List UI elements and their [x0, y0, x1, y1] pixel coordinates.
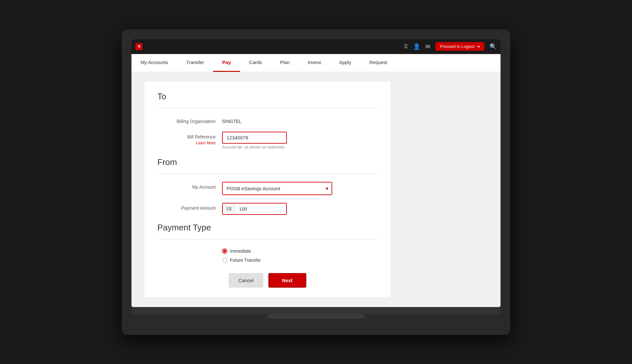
payment-type-row: Immediate Future Transfer	[157, 247, 378, 263]
radio-future-transfer-btn[interactable]	[222, 258, 227, 263]
logout-icon: ⇥	[476, 44, 480, 49]
radio-future-transfer[interactable]: Future Transfer	[222, 258, 261, 263]
radio-future-transfer-label: Future Transfer	[230, 258, 261, 263]
my-account-select[interactable]: POSB eSavings Account DBS Current Accoun…	[223, 182, 332, 194]
next-button[interactable]: Next	[268, 273, 306, 288]
learn-more-link[interactable]: Learn More	[157, 141, 216, 145]
main-content: To Billing Organisation SINGTEL Bill Ref…	[131, 72, 501, 307]
user-icon[interactable]: 👤	[413, 43, 420, 50]
payment-amount-label: Payment Amount	[157, 203, 222, 211]
nav-bar: My Accounts Transfer Pay Cards Plan Inve…	[131, 54, 501, 72]
payment-type-divider	[157, 239, 378, 239]
bill-ref-row: Bill Reference Learn More Account No. as…	[157, 132, 378, 149]
top-bar-left: ✕	[135, 43, 142, 50]
payment-type-spacer	[157, 247, 222, 250]
bill-ref-label: Bill Reference Learn More	[157, 132, 222, 145]
mail-icon[interactable]: ✉	[425, 43, 430, 50]
top-bar-right: ⠿ 👤 ✉ Proceed to Logout ⇥ 🔍	[404, 42, 497, 51]
from-section-title: From	[157, 157, 378, 167]
nav-item-plan[interactable]: Plan	[271, 54, 299, 72]
bill-ref-input-wrapper: Account No. as shown on statement	[222, 132, 287, 149]
logout-button[interactable]: Proceed to Logout ⇥	[435, 42, 484, 51]
top-bar: ✕ ⠿ 👤 ✉ Proceed to Logout ⇥ 🔍	[131, 39, 501, 54]
radio-immediate-btn[interactable]	[222, 248, 227, 254]
button-row: Cancel Next	[157, 273, 378, 288]
grid-icon[interactable]: ⠿	[404, 43, 408, 50]
nav-item-apply[interactable]: Apply	[330, 54, 360, 72]
from-divider	[157, 174, 378, 174]
payment-amount-input[interactable]	[235, 204, 286, 214]
billing-org-row: Billing Organisation SINGTEL	[157, 116, 378, 124]
bill-ref-hint: Account No. as shown on statement	[222, 145, 287, 149]
laptop-base	[267, 314, 365, 319]
my-account-row: My Account POSB eSavings Account DBS Cur…	[157, 182, 378, 195]
close-button[interactable]: ✕	[135, 43, 142, 50]
payment-type-radio-group: Immediate Future Transfer	[222, 247, 261, 263]
amount-wrapper: S$	[222, 203, 287, 215]
nav-item-pay[interactable]: Pay	[213, 54, 240, 72]
laptop-bottom	[131, 308, 501, 314]
payment-amount-row: Payment Amount S$	[157, 203, 378, 215]
to-divider	[157, 108, 378, 108]
radio-immediate-label: Immediate	[230, 248, 251, 254]
search-icon[interactable]: 🔍	[490, 43, 497, 50]
currency-label: S$	[223, 204, 235, 214]
my-account-label: My Account	[157, 182, 222, 190]
radio-immediate[interactable]: Immediate	[222, 248, 261, 254]
nav-item-request[interactable]: Request	[360, 54, 397, 72]
bill-reference-input[interactable]	[222, 132, 287, 144]
nav-item-invest[interactable]: Invest	[299, 54, 330, 72]
payment-type-title: Payment Type	[157, 223, 378, 233]
billing-org-label: Billing Organisation	[157, 116, 222, 124]
nav-item-transfer[interactable]: Transfer	[177, 54, 213, 72]
nav-item-cards[interactable]: Cards	[240, 54, 271, 72]
form-container: To Billing Organisation SINGTEL Bill Ref…	[144, 82, 390, 297]
cancel-button[interactable]: Cancel	[229, 273, 263, 288]
nav-item-my-accounts[interactable]: My Accounts	[131, 54, 177, 72]
my-account-select-wrapper: POSB eSavings Account DBS Current Accoun…	[222, 182, 332, 195]
billing-org-value: SINGTEL	[222, 116, 242, 124]
to-section-title: To	[157, 92, 378, 102]
